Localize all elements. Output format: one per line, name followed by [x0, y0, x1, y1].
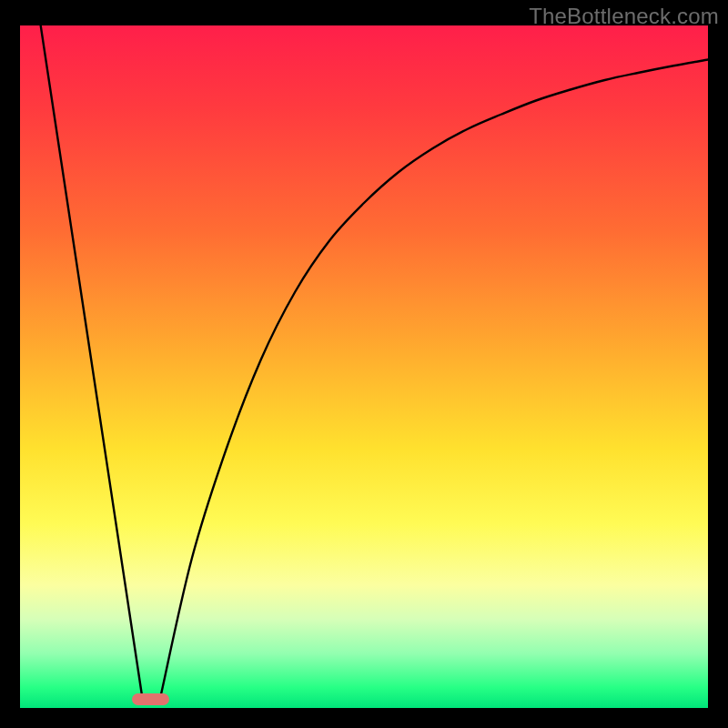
curve-left-branch	[41, 25, 142, 694]
watermark-text: TheBottleneck.com	[529, 4, 719, 29]
plot-area	[20, 25, 708, 708]
curve-right-arc	[161, 60, 708, 695]
pill-marker	[132, 693, 169, 705]
chart-curves	[20, 25, 708, 708]
chart-frame: TheBottleneck.com	[0, 0, 728, 728]
